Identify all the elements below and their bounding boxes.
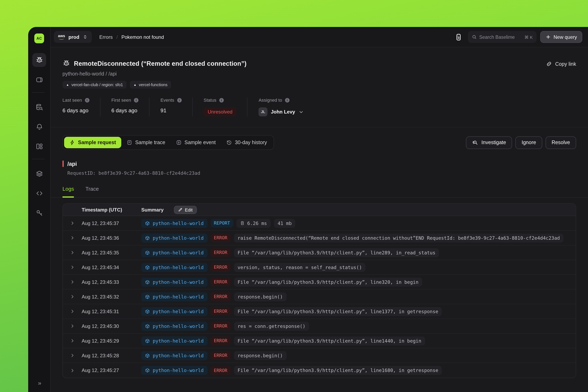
sidebar-item-bug[interactable] <box>32 53 46 67</box>
stat-value: Unresolved <box>204 108 236 116</box>
service-badge[interactable]: python-hello-world <box>141 219 207 228</box>
new-query-button[interactable]: New query <box>540 31 582 43</box>
service-name: python-hello-world <box>153 235 204 241</box>
sidebar-expand-button[interactable]: » <box>38 379 41 386</box>
chevron-right-icon <box>70 220 75 226</box>
breadcrumb-errors[interactable]: Errors <box>100 34 113 40</box>
tab-sample-trace[interactable]: Sample trace <box>121 137 170 148</box>
environment-selector[interactable]: aws prod <box>54 31 92 43</box>
tab-30-day-history[interactable]: 30-day history <box>221 137 272 148</box>
log-message: File “/var/lang/lib/python3.9/http/clien… <box>234 366 442 375</box>
sidebar-item-bell[interactable] <box>32 120 46 134</box>
viewtab-trace[interactable]: Trace <box>85 186 99 198</box>
tag-1[interactable]: ▲vercel-functions <box>130 81 171 88</box>
resolve-button[interactable]: Resolve <box>546 136 576 149</box>
sidebar-item-code[interactable] <box>32 186 46 200</box>
row-summary: python-hello-worldERRORraise RemoteDisco… <box>141 233 564 242</box>
ignore-button[interactable]: Ignore <box>516 136 542 149</box>
level-badge: ERROR <box>210 248 230 257</box>
stat-value: 6 days ago <box>111 108 138 114</box>
service-badge[interactable]: python-hello-world <box>141 366 207 375</box>
main-column: aws prod Errors / Pokemon not found <box>51 27 588 392</box>
row-timestamp: Aug 12, 23:45:30 <box>82 323 141 329</box>
row-summary: python-hello-worldERRORres = conn.getres… <box>141 322 309 330</box>
database-search-icon <box>35 103 43 111</box>
tab-sample-event[interactable]: Sample event <box>171 137 221 148</box>
service-badge[interactable]: python-hello-world <box>141 292 207 301</box>
table-body: Aug 12, 23:45:37python-hello-worldREPORT… <box>63 216 576 378</box>
tag-row: ▲vercel-fan-club / region: sfo1▲vercel-f… <box>62 81 576 88</box>
row-expander[interactable] <box>63 338 82 344</box>
bell-icon <box>35 123 43 130</box>
column-summary: Summary <box>141 207 164 212</box>
tag-0[interactable]: ▲vercel-fan-club / region: sfo1 <box>62 81 126 88</box>
investigate-button[interactable]: Investigate <box>466 136 512 149</box>
row-expander[interactable] <box>63 279 82 284</box>
row-expander[interactable] <box>63 264 82 270</box>
package-icon <box>145 338 150 343</box>
bolt-square-icon <box>176 140 182 145</box>
row-expander[interactable] <box>63 309 82 314</box>
service-badge[interactable]: python-hello-world <box>141 322 207 330</box>
service-name: python-hello-world <box>153 368 204 373</box>
chevron-right-icon <box>70 294 75 299</box>
row-expander[interactable] <box>63 220 82 226</box>
environment-label: prod <box>68 34 79 40</box>
row-timestamp: Aug 12, 23:45:35 <box>82 250 141 256</box>
info-icon: i <box>285 98 290 102</box>
log-message: response.begin() <box>234 292 287 301</box>
sidebar-item-key[interactable] <box>32 206 46 220</box>
row-summary: python-hello-worldERRORFile “/var/lang/l… <box>141 248 439 257</box>
chevron-right-icon <box>70 250 75 255</box>
level-badge: ERROR <box>210 278 230 286</box>
content-area: RemoteDisconnected (“Remote end closed c… <box>51 47 588 392</box>
chevron-right-icon <box>70 324 75 329</box>
workspace-avatar[interactable]: AC <box>34 34 44 43</box>
global-search[interactable]: ⌘ K <box>468 31 536 43</box>
table-row: Aug 12, 23:45:34python-hello-worldERRORv… <box>63 260 576 275</box>
row-expander[interactable] <box>63 294 82 299</box>
row-expander[interactable] <box>63 324 82 329</box>
service-badge[interactable]: python-hello-world <box>141 263 207 272</box>
chevron-right-icon <box>70 368 75 373</box>
investigate-icon <box>472 140 478 146</box>
viewtab-logs[interactable]: Logs <box>62 186 74 198</box>
row-expander[interactable] <box>63 353 82 358</box>
copy-link-button[interactable]: Copy link <box>546 61 576 67</box>
info-icon: i <box>134 98 138 102</box>
search-input[interactable] <box>479 34 522 40</box>
package-icon <box>145 280 150 284</box>
service-badge[interactable]: python-hello-world <box>141 307 207 316</box>
service-badge[interactable]: python-hello-world <box>141 233 207 242</box>
level-badge: REPORT <box>210 219 233 228</box>
sidebar-item-dashboard[interactable] <box>32 139 46 153</box>
metric-pill: 6.26 ms <box>237 219 271 228</box>
tab-label: 30-day history <box>235 140 267 145</box>
edit-columns-button[interactable]: Edit <box>174 206 196 214</box>
service-badge[interactable]: python-hello-world <box>141 336 207 345</box>
stat-assigned-to: Assigned toiJLJohn Levy <box>247 98 314 116</box>
sidebar-item-container[interactable] <box>32 73 46 86</box>
button-label: Investigate <box>482 140 506 145</box>
service-badge[interactable]: python-hello-world <box>141 278 207 286</box>
metric-text: 41 mb <box>278 220 292 226</box>
assignee-name: John Levy <box>271 109 295 115</box>
assignee-selector[interactable]: JLJohn Levy <box>259 108 304 116</box>
package-icon <box>145 368 150 373</box>
table-row: Aug 12, 23:45:28python-hello-worldERRORr… <box>63 348 576 363</box>
bug-icon <box>35 56 43 64</box>
row-timestamp: Aug 12, 23:45:31 <box>82 308 141 314</box>
changelog-icon[interactable] <box>454 33 462 41</box>
package-icon <box>145 236 150 240</box>
tab-sample-request[interactable]: Sample request <box>64 137 121 148</box>
package-icon <box>145 221 150 226</box>
row-expander[interactable] <box>63 250 82 255</box>
row-expander[interactable] <box>63 235 82 240</box>
package-icon <box>145 324 150 328</box>
row-expander[interactable] <box>63 368 82 373</box>
service-badge[interactable]: python-hello-world <box>141 351 207 360</box>
service-badge[interactable]: python-hello-world <box>141 248 207 257</box>
sidebar-item-database-search[interactable] <box>32 100 46 114</box>
tab-label: Sample trace <box>135 140 165 145</box>
sidebar-item-layers[interactable] <box>32 166 46 180</box>
